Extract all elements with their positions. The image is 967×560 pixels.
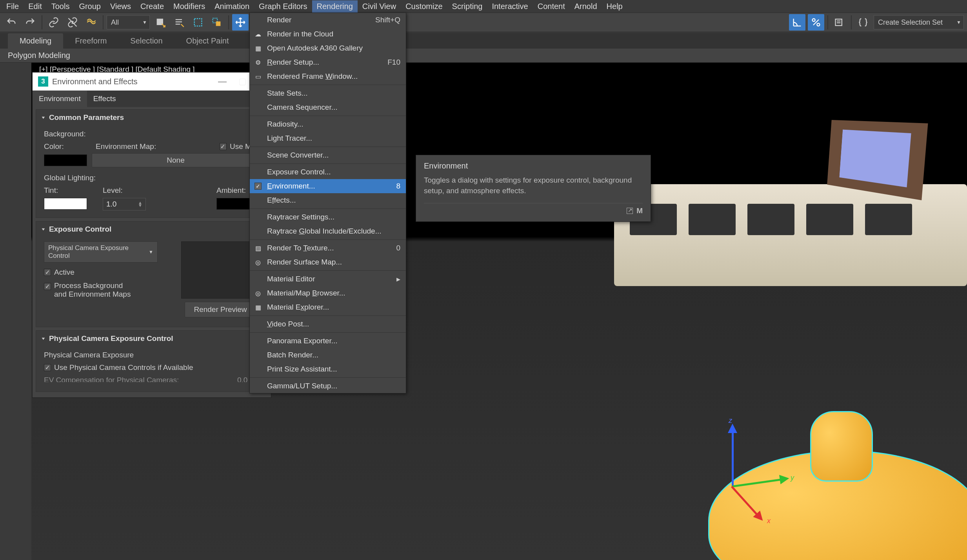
maximize-button[interactable]: ▢ xyxy=(238,76,247,87)
bind-to-space-warp-button[interactable] xyxy=(83,14,100,31)
menu-civil-view[interactable]: Civil View xyxy=(358,0,401,13)
environment-map-button[interactable]: None xyxy=(92,153,260,167)
gizmo-z-axis[interactable] xyxy=(732,427,734,486)
percent-snap-button[interactable] xyxy=(808,14,824,31)
gizmo-x-label: x xyxy=(767,517,771,525)
menu-item-batch-render[interactable]: Batch Render... xyxy=(250,348,406,362)
use-physical-checkbox[interactable]: Use Physical Camera Controls if Availabl… xyxy=(44,363,260,372)
menu-interactive[interactable]: Interactive xyxy=(487,0,533,13)
menu-item-environment[interactable]: ✓Environment...8 xyxy=(250,179,406,193)
menu-item-raytrace-global-include-exclude[interactable]: Raytrace Global Include/Exclude... xyxy=(250,224,406,238)
gizmo-x-axis[interactable] xyxy=(731,486,761,519)
rollup-header-exposure[interactable]: Exposure Control ⠿ xyxy=(36,221,267,237)
menu-item-open-autodesk-a360-gallery[interactable]: ▦Open Autodesk A360 Gallery xyxy=(250,41,406,55)
minimize-button[interactable]: — xyxy=(218,76,227,87)
menu-item-material-explorer[interactable]: ▦Material Explorer... xyxy=(250,300,406,314)
svg-line-9 xyxy=(813,20,819,25)
menu-item-material-editor[interactable]: Material Editor▶ xyxy=(250,272,406,286)
process-background-checkbox[interactable]: Process Background and Environment Maps xyxy=(44,281,176,299)
menu-item-effects[interactable]: Effects... xyxy=(250,193,406,207)
exposure-method-dropdown[interactable]: Physical Camera Exposure Control xyxy=(44,241,158,263)
menu-item-scene-converter[interactable]: Scene Converter... xyxy=(250,148,406,162)
menu-item-rendered-frame-window[interactable]: ▭Rendered Frame Window... xyxy=(250,69,406,83)
transform-gizmo[interactable]: z y x xyxy=(689,427,798,536)
ribbon-tabs: Modeling Freeform Selection Object Paint… xyxy=(0,33,967,49)
tooltip-more: M xyxy=(636,207,643,215)
active-checkbox[interactable]: Active xyxy=(44,268,176,277)
menu-item-label: Render To Texture... xyxy=(267,244,334,252)
menu-item-material-map-browser[interactable]: ◎Material/Map Browser... xyxy=(250,286,406,300)
selection-set-dropdown[interactable]: Create Selection Set xyxy=(874,15,964,29)
tab-effects[interactable]: Effects xyxy=(87,91,122,107)
menu-file[interactable]: File xyxy=(2,0,24,13)
menu-animation[interactable]: Animation xyxy=(210,0,254,13)
angle-snap-button[interactable] xyxy=(789,14,805,31)
tab-freeform[interactable]: Freeform xyxy=(63,33,118,49)
named-selection-sets-button[interactable] xyxy=(831,14,848,31)
gizmo-y-axis[interactable] xyxy=(732,478,786,488)
link-button[interactable] xyxy=(45,14,62,31)
menu-edit[interactable]: Edit xyxy=(24,0,46,13)
menu-item-render[interactable]: RenderShift+Q xyxy=(250,13,406,27)
menu-content[interactable]: Content xyxy=(533,0,570,13)
tab-environment[interactable]: Environment xyxy=(33,91,87,107)
menu-item-radiosity[interactable]: Radiosity... xyxy=(250,117,406,131)
spinner-arrows-icon[interactable]: ▲▼ xyxy=(138,201,142,207)
menu-item-camera-sequencer[interactable]: Camera Sequencer... xyxy=(250,100,406,114)
physical-exposure-label: Physical Camera Exposure xyxy=(44,351,260,359)
select-object-button[interactable] xyxy=(152,14,169,31)
background-color-swatch[interactable] xyxy=(44,154,87,166)
rectangle-select-button[interactable] xyxy=(190,14,206,31)
menu-views[interactable]: Views xyxy=(105,0,136,13)
rollup-title: Physical Camera Exposure Control xyxy=(49,334,173,343)
menu-graph-editors[interactable]: Graph Editors xyxy=(254,0,312,13)
rollup-header-physical[interactable]: Physical Camera Exposure Control ⠿ xyxy=(36,331,267,346)
menu-help[interactable]: Help xyxy=(602,0,627,13)
menu-item-print-size-assistant[interactable]: Print Size Assistant... xyxy=(250,362,406,376)
tab-object-paint[interactable]: Object Paint xyxy=(174,33,241,49)
menu-tools[interactable]: Tools xyxy=(47,0,75,13)
dialog-tabs: Environment Effects xyxy=(33,91,271,107)
menu-item-video-post[interactable]: Video Post... xyxy=(250,317,406,331)
menu-item-state-sets[interactable]: State Sets... xyxy=(250,86,406,100)
tab-modeling[interactable]: Modeling xyxy=(8,33,63,49)
menu-separator xyxy=(250,239,406,240)
menu-rendering[interactable]: Rendering xyxy=(312,0,358,13)
scene-geometry-bump xyxy=(810,411,873,482)
level-spinner[interactable]: 1.0▲▼ xyxy=(103,198,146,210)
rollup-header-common[interactable]: Common Parameters ⠿ xyxy=(36,110,267,125)
menu-item-raytracer-settings[interactable]: Raytracer Settings... xyxy=(250,210,406,224)
dialog-titlebar[interactable]: 3 Environment and Effects — ▢ ✕ xyxy=(33,72,271,91)
menu-arnold[interactable]: Arnold xyxy=(570,0,602,13)
tooltip-body: Toggles a dialog with settings for expos… xyxy=(424,175,643,196)
curly-braces-button[interactable] xyxy=(855,14,871,31)
menu-item-render-to-texture[interactable]: ▨Render To Texture...0 xyxy=(250,241,406,255)
menu-item-light-tracer[interactable]: Light Tracer... xyxy=(250,131,406,145)
undo-button[interactable] xyxy=(3,14,20,31)
menu-item-gamma-lut-setup[interactable]: Gamma/LUT Setup... xyxy=(250,379,406,393)
move-button[interactable] xyxy=(232,14,249,31)
menu-item-label: Print Size Assistant... xyxy=(267,365,337,373)
redo-button[interactable] xyxy=(22,14,38,31)
menu-modifiers[interactable]: Modifiers xyxy=(169,0,210,13)
menu-create[interactable]: Create xyxy=(136,0,169,13)
menu-customize[interactable]: Customize xyxy=(401,0,447,13)
tooltip-footer: M xyxy=(424,203,643,215)
render-preview-button[interactable]: Render Preview xyxy=(185,302,256,317)
menu-group[interactable]: Group xyxy=(74,0,105,13)
tint-swatch[interactable] xyxy=(44,198,87,210)
unlink-button[interactable] xyxy=(64,14,81,31)
menu-item-render-in-the-cloud[interactable]: ☁Render in the Cloud xyxy=(250,27,406,41)
menu-item-icon: ◎ xyxy=(254,258,262,266)
selection-filter-dropdown[interactable]: All xyxy=(107,15,150,29)
tab-selection[interactable]: Selection xyxy=(118,33,174,49)
menu-item-panorama-exporter[interactable]: Panorama Exporter... xyxy=(250,334,406,348)
menu-item-exposure-control[interactable]: Exposure Control... xyxy=(250,165,406,179)
menu-item-render-surface-map[interactable]: ◎Render Surface Map... xyxy=(250,255,406,269)
select-by-name-button[interactable] xyxy=(171,14,187,31)
rollup-title: Common Parameters xyxy=(49,113,124,122)
menu-item-render-setup[interactable]: ⚙Render Setup...F10 xyxy=(250,55,406,69)
menu-scripting[interactable]: Scripting xyxy=(447,0,487,13)
window-crossing-button[interactable] xyxy=(209,14,225,31)
envmap-label: Environment Map: xyxy=(96,142,156,150)
